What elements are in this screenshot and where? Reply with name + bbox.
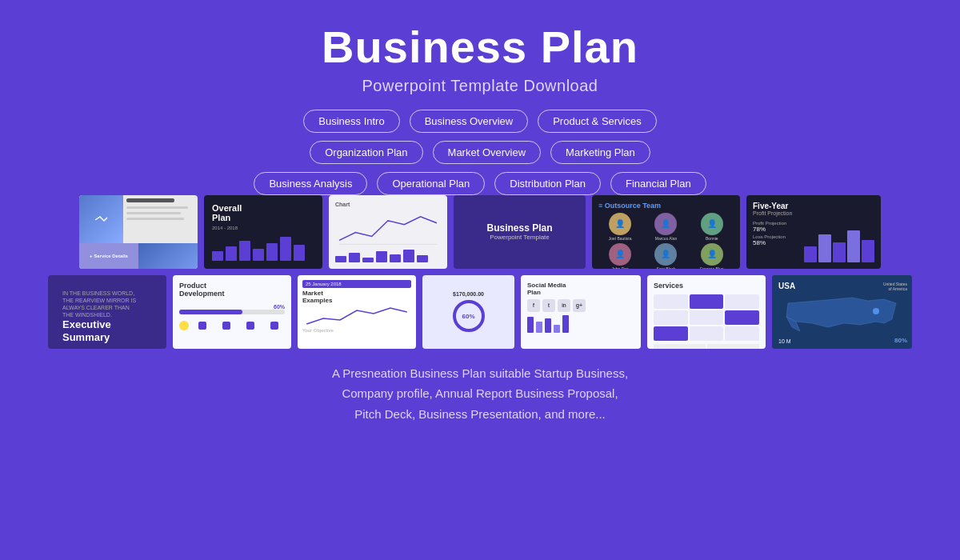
slide-service-details[interactable]: + Service Details <box>79 195 198 269</box>
tag-row-3: Business Analysis Operational Plan Distr… <box>254 172 706 195</box>
subtitle: Powerpoint Template Download <box>322 77 638 95</box>
usa-value: 10 M <box>778 338 791 344</box>
slide-overall-plan[interactable]: Overall Plan 2014 - 2018 <box>204 195 322 269</box>
avatar-2: 👤 <box>654 213 677 235</box>
tag-operational-plan[interactable]: Operational Plan <box>377 172 485 195</box>
slide-services[interactable]: Services <box>647 275 766 349</box>
main-title: Business Plan <box>322 22 638 72</box>
tag-business-analysis[interactable]: Business Analysis <box>254 172 367 195</box>
tag-organization-plan[interactable]: Organization Plan <box>310 141 422 164</box>
tag-product-services[interactable]: Product & Services <box>538 110 657 133</box>
slide-business-plan-cover[interactable]: Business Plan Powerpoint Template <box>454 195 586 269</box>
avatar-3: 👤 <box>701 213 723 235</box>
usa-label: USA <box>778 282 795 290</box>
tag-market-overview[interactable]: Market Overview <box>433 141 542 164</box>
header-section: Business Plan Powerpoint Template Downlo… <box>322 0 638 95</box>
tag-business-intro[interactable]: Business Intro <box>303 110 399 133</box>
avatar-1: 👤 <box>609 213 631 235</box>
footer-text: A Presneation Business Plan suitable Sta… <box>332 363 628 425</box>
tag-marketing-plan[interactable]: Marketing Plan <box>550 141 650 164</box>
tag-distribution-plan[interactable]: Distribution Plan <box>494 172 601 195</box>
slide-usa-map[interactable]: USA United Statesof America 10 M 80% <box>772 275 912 349</box>
usa-subtitle: United Statesof America <box>883 282 907 291</box>
tags-section: Business Intro Business Overview Product… <box>254 110 706 195</box>
avatar-6: 👤 <box>701 243 723 266</box>
slide-row-1: + Service Details Overall Plan 2014 - 20… <box>8 195 952 269</box>
slide-market-examples[interactable]: 25 January 2018 MarketExamples Your Obje… <box>298 275 416 349</box>
slide-line-chart[interactable]: Chart <box>329 195 447 269</box>
slide-outsource-team[interactable]: ≡ Outsource Team 👤 Joel Bautista 👤 Marcu… <box>592 195 740 269</box>
tag-business-overview[interactable]: Business Overview <box>410 110 529 133</box>
avatar-4: 👤 <box>609 243 631 266</box>
slide-social-media[interactable]: Social MediaPlan f t in g+ <box>521 275 641 349</box>
svg-point-2 <box>873 308 879 314</box>
slide-product-development[interactable]: ProductDevelopment 60% <box>173 275 291 349</box>
slide-executive-summary[interactable]: IN THE BUSINESS WORLD,THE REARVIEW MIRRO… <box>48 275 166 349</box>
tag-row-2: Organization Plan Market Overview Market… <box>310 141 650 164</box>
tag-financial-plan[interactable]: Financial Plan <box>610 172 706 195</box>
usa-percent: 80% <box>894 337 907 344</box>
slide-profit-projection[interactable]: Five-Year Profit Projection Profit Proje… <box>746 195 881 269</box>
slides-grid: + Service Details Overall Plan 2014 - 20… <box>0 195 960 349</box>
avatar-5: 👤 <box>654 243 677 266</box>
slide-row-2: IN THE BUSINESS WORLD,THE REARVIEW MIRRO… <box>8 275 952 349</box>
tag-row-1: Business Intro Business Overview Product… <box>303 110 656 133</box>
slide-price[interactable]: $170,000.00 60% <box>422 275 514 349</box>
